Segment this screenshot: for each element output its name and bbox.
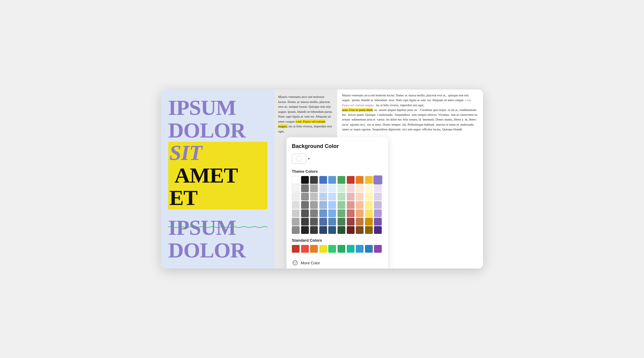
standard-color-cell[interactable] [374, 245, 382, 253]
theme-color-cell[interactable] [301, 193, 309, 200]
standard-color-cell[interactable] [292, 245, 300, 253]
theme-color-cell[interactable] [310, 184, 318, 192]
theme-color-cell[interactable] [310, 226, 318, 234]
title-line3: IPSUM DOLOR [168, 217, 267, 262]
theme-color-cell[interactable] [338, 176, 345, 184]
dropdown-arrow-icon[interactable]: ▾ [308, 157, 310, 161]
theme-color-cell[interactable] [301, 184, 309, 192]
theme-color-cell[interactable] [374, 209, 382, 217]
theme-color-cell[interactable] [365, 201, 373, 209]
theme-color-cell[interactable] [301, 226, 309, 234]
theme-color-cell[interactable] [347, 184, 355, 192]
picker-title: Background Color [292, 143, 383, 149]
theme-color-cell[interactable] [328, 218, 336, 226]
app-window: IPSUM DOLOR SIT AMET ET IPSUM DOLOR SIT … [161, 90, 483, 268]
theme-color-cell[interactable] [310, 193, 318, 200]
standard-color-cell[interactable] [338, 245, 345, 253]
palette-icon [292, 260, 298, 266]
theme-color-cell[interactable] [338, 218, 345, 226]
standard-colors-label: Standard Colors [292, 238, 383, 243]
svg-point-4 [294, 262, 295, 263]
svg-point-3 [293, 261, 298, 265]
theme-color-cell[interactable] [338, 184, 345, 192]
theme-color-cell[interactable] [310, 209, 318, 217]
standard-color-cell[interactable] [356, 245, 364, 253]
theme-color-cell[interactable] [319, 193, 327, 200]
theme-color-cell[interactable] [374, 193, 382, 200]
theme-color-cell[interactable] [356, 176, 364, 184]
theme-color-cell[interactable] [365, 184, 373, 192]
theme-color-cell[interactable] [292, 218, 300, 226]
theme-color-cell[interactable] [338, 226, 345, 234]
svg-point-5 [296, 262, 297, 263]
theme-color-cell[interactable] [319, 184, 327, 192]
theme-color-cell[interactable] [365, 209, 373, 217]
theme-color-cell[interactable] [374, 176, 382, 184]
theme-color-cell[interactable] [319, 201, 327, 209]
theme-color-cell[interactable] [301, 176, 309, 184]
theme-color-cell[interactable] [365, 176, 373, 184]
theme-color-cell[interactable] [365, 218, 373, 226]
heading-block: IPSUM DOLOR SIT AMET ET IPSUM DOLOR SIT … [168, 97, 267, 268]
theme-color-cell[interactable] [310, 176, 318, 184]
theme-color-cell[interactable] [328, 176, 336, 184]
theme-color-cell[interactable] [292, 201, 300, 209]
theme-color-cell[interactable] [347, 209, 355, 217]
standard-color-cell[interactable] [328, 245, 336, 253]
theme-color-cell[interactable] [338, 209, 345, 217]
theme-color-cell[interactable] [374, 184, 382, 192]
theme-color-cell[interactable] [301, 201, 309, 209]
theme-color-cell[interactable] [292, 193, 300, 200]
theme-color-cell[interactable] [310, 218, 318, 226]
theme-color-cell[interactable] [328, 201, 336, 209]
theme-color-cell[interactable] [301, 218, 309, 226]
theme-color-cell[interactable] [310, 201, 318, 209]
theme-color-cell[interactable] [347, 218, 355, 226]
theme-color-cell[interactable] [338, 201, 345, 209]
standard-color-cell[interactable] [347, 245, 355, 253]
theme-color-cell[interactable] [319, 218, 327, 226]
more-color-row[interactable]: More Color [292, 257, 383, 268]
standard-color-cell[interactable] [310, 245, 318, 253]
color-input-row: ▾ [292, 154, 383, 164]
theme-color-cell[interactable] [328, 184, 336, 192]
theme-color-cell[interactable] [374, 218, 382, 226]
theme-color-cell[interactable] [292, 176, 300, 184]
theme-color-cell[interactable] [319, 176, 327, 184]
title-line2: SIT AMET ET [168, 142, 267, 209]
more-color-label: More Color [301, 261, 320, 265]
theme-color-cell[interactable] [347, 201, 355, 209]
standard-color-cell[interactable] [319, 245, 327, 253]
theme-color-cell[interactable] [292, 184, 300, 192]
theme-color-cell[interactable] [292, 209, 300, 217]
standard-color-cell[interactable] [301, 245, 309, 253]
theme-color-cell[interactable] [365, 193, 373, 200]
theme-color-cell[interactable] [374, 226, 382, 234]
theme-color-cell[interactable] [328, 226, 336, 234]
theme-color-cell[interactable] [356, 218, 364, 226]
standard-color-cell[interactable] [365, 245, 373, 253]
theme-color-cell[interactable] [365, 226, 373, 234]
theme-color-grid [292, 176, 383, 234]
theme-color-cell[interactable] [356, 184, 364, 192]
theme-color-cell[interactable] [356, 226, 364, 234]
theme-color-cell[interactable] [347, 193, 355, 200]
standard-color-grid [292, 245, 383, 253]
theme-color-cell[interactable] [328, 193, 336, 200]
theme-color-cell[interactable] [319, 209, 327, 217]
theme-color-cell[interactable] [301, 209, 309, 217]
theme-color-cell[interactable] [356, 201, 364, 209]
theme-color-cell[interactable] [356, 193, 364, 200]
wavy-line [168, 211, 267, 214]
theme-color-cell[interactable] [347, 176, 355, 184]
theme-color-cell[interactable] [319, 226, 327, 234]
theme-color-cell[interactable] [356, 209, 364, 217]
theme-color-cell[interactable] [338, 193, 345, 200]
right-panel-text: Mauris venenatis arcu sed molestie luctu… [342, 93, 478, 132]
svg-point-6 [295, 263, 296, 264]
theme-color-cell[interactable] [292, 226, 300, 234]
theme-color-cell[interactable] [328, 209, 336, 217]
theme-color-cell[interactable] [374, 201, 382, 209]
color-swatch-input[interactable] [292, 154, 306, 164]
theme-color-cell[interactable] [347, 226, 355, 234]
